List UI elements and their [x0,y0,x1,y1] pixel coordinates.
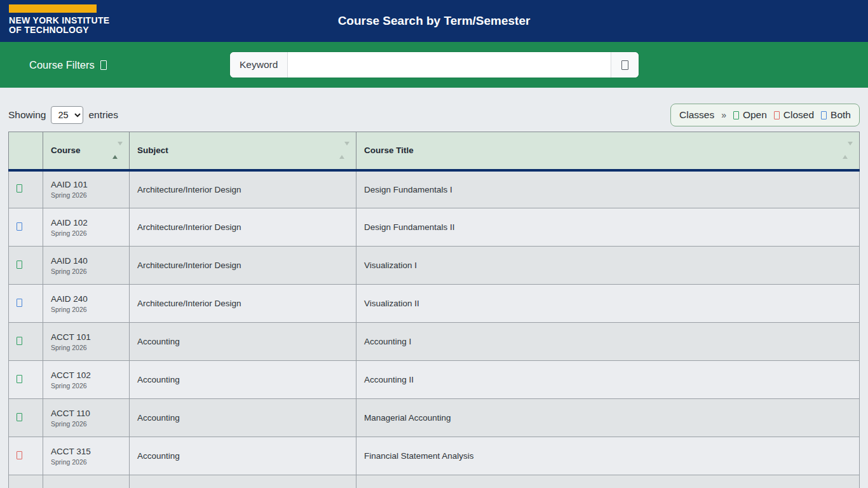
row-status-cell [9,285,43,323]
subject-column-label: Subject [137,146,168,155]
sort-icon [339,146,349,155]
table-row[interactable]: ACCT 102 Spring 2026 Accounting Accounti… [9,361,860,399]
table-controls: Showing 25 entries Classes » Open Closed… [8,104,860,126]
course-subject: Accounting [130,437,356,475]
table-row[interactable]: AAID 140 Spring 2026 Architecture/Interi… [9,247,860,285]
legend-item-closed[interactable]: Closed [774,109,814,121]
class-status-icon [17,299,22,307]
course-code: AAID 240 [51,294,123,304]
course-code: ACCT 102 [51,370,123,380]
course-title: Financial Statement Analysis [356,437,860,475]
filter-bar: Course Filters Keyword [0,42,868,88]
course-title: Design Fundamentals I [356,170,860,208]
row-course-cell: ACCT 102 Spring 2026 [43,361,130,399]
column-header-course[interactable]: Course [43,132,130,170]
sort-icon [843,146,853,155]
row-course-cell: ACCT 110 Spring 2026 [43,399,130,437]
row-status-cell [9,247,43,285]
closed-status-icon [774,111,780,119]
courses-table: Course Subject Course Title [8,132,860,488]
course-title: Accounting I [356,323,860,361]
course-title: Design Fundamentals II [356,208,860,247]
row-status-cell [9,437,43,475]
table-row[interactable]: ACCT 101 Spring 2026 Accounting Accounti… [9,323,860,361]
both-status-icon [821,111,827,119]
course-filters-toggle[interactable]: Course Filters [25,58,111,72]
row-course-cell: AAID 240 Spring 2026 [43,285,130,323]
table-row[interactable]: AAID 240 Spring 2026 Architecture/Interi… [9,285,860,323]
course-code: AAID 101 [51,180,123,189]
logo-line-2: OF TECHNOLOGY [9,25,109,35]
chevron-down-icon [100,60,107,70]
course-subject [130,475,356,488]
course-subject: Accounting [130,399,356,437]
row-course-cell: ACCT 101 Spring 2026 [43,323,130,361]
legend-item-open[interactable]: Open [733,109,767,121]
course-subject: Architecture/Interior Design [130,285,356,323]
logo-gold-bar [9,4,97,13]
row-status-cell [9,208,43,247]
legend-both-label: Both [831,109,851,121]
column-header-course-title[interactable]: Course Title [356,132,860,170]
search-icon [621,60,628,70]
course-term: Spring 2026 [51,191,123,199]
row-status-cell [9,361,43,399]
row-course-cell: ACCT 315 Spring 2026 [43,437,130,475]
legend-separator: » [721,110,726,120]
course-subject: Architecture/Interior Design [130,170,356,208]
course-title [356,475,860,488]
table-row[interactable]: AAID 101 Spring 2026 Architecture/Interi… [9,170,860,208]
legend-title: Classes [679,109,714,121]
course-code: AAID 102 [51,218,123,227]
course-code: AAID 140 [51,256,123,266]
course-term: Spring 2026 [51,458,123,466]
course-term: Spring 2026 [51,306,123,313]
search-button[interactable] [611,52,639,78]
page-size-select[interactable]: 25 [51,106,83,124]
table-row[interactable]: ACCT 315 Spring 2026 Accounting Financia… [9,437,860,475]
class-status-icon [17,184,22,193]
course-title: Accounting II [356,361,860,399]
course-title: Visualization II [356,285,860,323]
table-row[interactable]: AAID 102 Spring 2026 Architecture/Interi… [9,208,860,247]
row-course-cell: ACCT 501 [43,475,130,488]
keyword-label: Keyword [230,52,288,78]
showing-label: Showing [8,109,46,121]
open-status-icon [733,111,739,119]
class-status-icon [17,222,22,231]
course-term: Spring 2026 [51,420,123,428]
row-status-cell [9,399,43,437]
course-term: Spring 2026 [51,268,123,275]
row-status-cell [9,475,43,488]
table-row[interactable]: ACCT 110 Spring 2026 Accounting Manageri… [9,399,860,437]
course-title-column-label: Course Title [364,146,414,155]
keyword-search-group: Keyword [230,52,639,78]
page-size-control: Showing 25 entries [8,106,118,124]
course-code: ACCT 110 [51,409,123,418]
course-title: Managerial Accounting [356,399,860,437]
course-term: Spring 2026 [51,344,123,351]
course-subject: Accounting [130,323,356,361]
class-status-icon [17,261,22,269]
course-code: ACCT 101 [51,332,123,342]
app-header: NEW YORK INSTITUTE OF TECHNOLOGY Course … [0,0,868,42]
row-status-cell [9,170,43,208]
column-header-subject[interactable]: Subject [130,132,356,170]
course-subject: Accounting [130,361,356,399]
row-course-cell: AAID 102 Spring 2026 [43,208,130,247]
logo-line-1: NEW YORK INSTITUTE [9,16,109,25]
keyword-input[interactable] [288,52,611,78]
legend-open-label: Open [743,109,767,121]
nyit-logo: NEW YORK INSTITUTE OF TECHNOLOGY [9,4,109,35]
class-status-icon [17,375,22,383]
table-header-row: Course Subject Course Title [9,132,860,170]
course-subject: Architecture/Interior Design [130,208,356,247]
column-header-status [9,132,43,170]
class-status-icon [17,451,22,459]
table-row[interactable]: ACCT 501 [9,475,860,488]
row-status-cell [9,323,43,361]
entries-label: entries [88,109,118,121]
row-course-cell: AAID 140 Spring 2026 [43,247,130,285]
legend-item-both[interactable]: Both [821,109,851,121]
page-title: Course Search by Term/Semester [338,14,531,28]
